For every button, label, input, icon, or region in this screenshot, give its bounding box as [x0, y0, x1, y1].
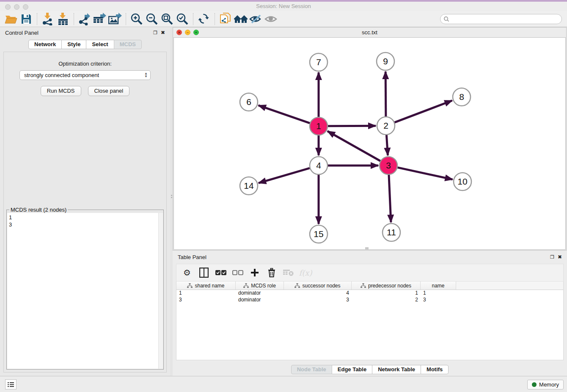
- import-table-icon[interactable]: [55, 12, 71, 26]
- export-table-icon[interactable]: [92, 12, 107, 26]
- cell-predecessor-nodes[interactable]: 1: [352, 290, 421, 297]
- column-header-MCDS-role[interactable]: MCDS role: [236, 282, 284, 290]
- table-header-row: shared nameMCDS rolesuccessor nodesprede…: [176, 282, 563, 290]
- close-table-panel-icon[interactable]: ✖: [558, 254, 562, 259]
- edge-3-10[interactable]: [397, 168, 452, 179]
- control-panel-title: Control Panel: [5, 30, 150, 36]
- cell-MCDS-role[interactable]: dominator: [236, 290, 284, 297]
- edge-3-1[interactable]: [328, 131, 380, 161]
- edge-2-8[interactable]: [395, 101, 452, 123]
- cell-successor-nodes[interactable]: 4: [284, 290, 352, 297]
- toolbar-separator: [37, 13, 37, 25]
- cell-predecessor-nodes[interactable]: 2: [352, 297, 421, 304]
- split-columns-icon[interactable]: [198, 267, 209, 279]
- memory-status-icon: [532, 382, 537, 387]
- cell-name[interactable]: 3: [421, 297, 456, 304]
- select-all-icon[interactable]: [215, 267, 226, 279]
- node-label-10: 10: [457, 177, 467, 186]
- zoom-fit-icon[interactable]: [160, 12, 175, 26]
- tab-motifs[interactable]: Motifs: [421, 365, 449, 374]
- import-network-icon[interactable]: [40, 12, 55, 26]
- window-list-button[interactable]: [5, 379, 17, 389]
- tab-select[interactable]: Select: [86, 40, 114, 49]
- toolbar-separator: [193, 13, 193, 25]
- cell-successor-nodes[interactable]: 3: [284, 297, 352, 304]
- table-panel: Table Panel ❐ ✖ ⚙f(x) shared nameMCDS ro…: [173, 252, 567, 376]
- zoom-in-icon[interactable]: [129, 12, 144, 26]
- fx-label: f(x): [299, 268, 312, 277]
- edge-1-6[interactable]: [259, 105, 310, 123]
- run-mcds-button[interactable]: Run MCDS: [41, 86, 81, 96]
- search-box: [440, 14, 562, 24]
- deselect-all-icon[interactable]: [232, 267, 243, 279]
- edge-2-9[interactable]: [385, 72, 386, 116]
- memory-button[interactable]: Memory: [527, 380, 564, 389]
- zoom-out-icon[interactable]: [144, 12, 160, 26]
- edge-3-11[interactable]: [389, 175, 391, 222]
- tab-network-table[interactable]: Network Table: [372, 365, 421, 374]
- tab-mcds[interactable]: MCDS: [114, 40, 142, 49]
- home-icon[interactable]: [233, 12, 248, 26]
- canvas-scroll-thumb[interactable]: [365, 247, 369, 249]
- clone-network-icon[interactable]: [218, 12, 233, 26]
- add-column-icon[interactable]: [249, 267, 260, 279]
- edge-2-3[interactable]: [386, 135, 388, 155]
- cell-shared-name[interactable]: 1: [176, 290, 236, 297]
- list-icon: [8, 382, 14, 387]
- mcds-result-list[interactable]: 1 3: [7, 213, 159, 369]
- window-controls[interactable]: [5, 4, 32, 11]
- node-label-15: 15: [314, 229, 323, 239]
- toolbar-separator: [74, 13, 74, 25]
- table-row[interactable]: 1dominator411: [176, 290, 563, 297]
- control-panel: Control Panel ❐ ✖ NetworkStyleSelectMCDS…: [0, 27, 170, 376]
- maximize-window-button[interactable]: [23, 4, 28, 10]
- gear-icon[interactable]: ⚙: [182, 267, 193, 279]
- node-label-2: 2: [383, 121, 388, 130]
- network-canvas[interactable]: 7968124314101511: [173, 37, 566, 250]
- column-header-name[interactable]: name: [421, 282, 456, 290]
- column-header-successor-nodes[interactable]: successor nodes: [284, 282, 352, 290]
- edge-4-14[interactable]: [259, 168, 310, 183]
- edge-1-2[interactable]: [328, 126, 376, 126]
- criterion-select[interactable]: strongly connected component ▲▼: [19, 70, 151, 80]
- tab-node-table[interactable]: Node Table: [291, 365, 332, 374]
- delete-column-icon[interactable]: [266, 267, 277, 279]
- close-window-button[interactable]: [5, 4, 11, 10]
- node-label-11: 11: [387, 227, 396, 237]
- hide-selected-icon[interactable]: [248, 12, 264, 26]
- tab-network[interactable]: Network: [28, 40, 62, 49]
- search-input[interactable]: [440, 14, 562, 24]
- zoom-selected-icon[interactable]: [175, 12, 190, 26]
- refresh-icon[interactable]: [196, 12, 212, 26]
- toolbar-separator: [126, 13, 126, 25]
- column-header-shared-name[interactable]: shared name: [176, 282, 236, 290]
- export-network-icon[interactable]: [77, 12, 92, 26]
- network-window-titlebar[interactable]: ✕ − + scc.txt: [173, 28, 566, 37]
- table-row[interactable]: 3dominator323: [176, 297, 563, 304]
- minimize-window-button[interactable]: [14, 4, 19, 10]
- column-header-predecessor-nodes[interactable]: predecessor nodes: [352, 282, 421, 290]
- save-icon[interactable]: [19, 12, 34, 26]
- close-panel-button[interactable]: Close panel: [88, 86, 130, 96]
- tab-edge-table[interactable]: Edge Table: [332, 365, 372, 374]
- cell-shared-name[interactable]: 3: [176, 297, 236, 304]
- network-window-title: scc.txt: [173, 29, 566, 36]
- app-title: Session: New Session: [0, 2, 567, 11]
- tab-style[interactable]: Style: [61, 40, 86, 49]
- show-all-icon: [264, 12, 279, 26]
- result-scrollbar[interactable]: [158, 213, 163, 369]
- node-table[interactable]: shared nameMCDS rolesuccessor nodesprede…: [176, 282, 564, 360]
- cell-name[interactable]: 1: [421, 290, 456, 297]
- export-image-icon[interactable]: [107, 12, 123, 26]
- open-folder-icon[interactable]: [3, 12, 19, 26]
- mcds-result-group: MCDS result (2 nodes) 1 3: [6, 210, 164, 370]
- float-panel-icon[interactable]: ❐: [153, 30, 157, 35]
- network-view-window: ✕ − + scc.txt 7968124314101511: [173, 27, 567, 251]
- float-table-panel-icon[interactable]: ❐: [550, 254, 554, 259]
- mcds-result-title: MCDS result (2 nodes): [9, 207, 68, 213]
- mcds-panel: Optimization criterion: strongly connect…: [3, 52, 167, 373]
- node-label-4: 4: [316, 160, 321, 170]
- cell-MCDS-role[interactable]: dominator: [236, 297, 284, 304]
- main-toolbar: [0, 11, 567, 27]
- close-panel-icon[interactable]: ✖: [161, 30, 165, 35]
